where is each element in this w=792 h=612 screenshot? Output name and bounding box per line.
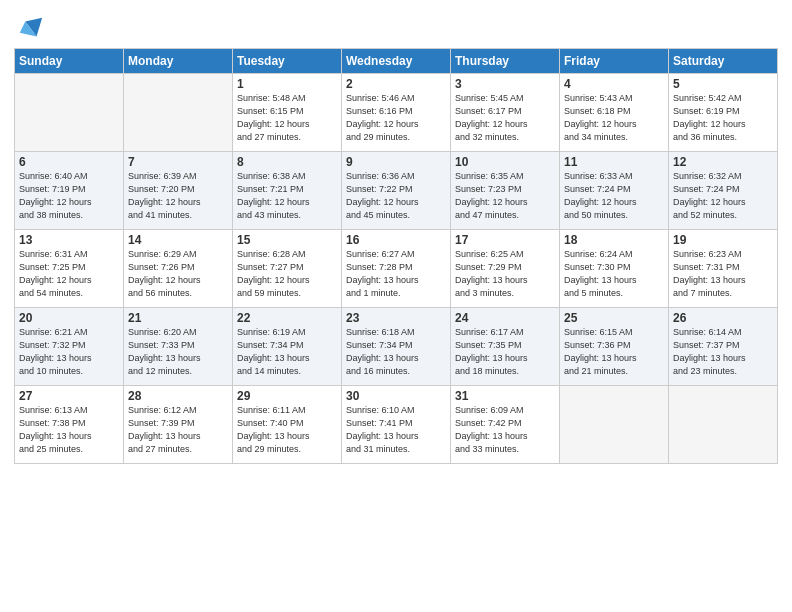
day-number: 19: [673, 233, 773, 247]
calendar-cell: 13Sunrise: 6:31 AM Sunset: 7:25 PM Dayli…: [15, 230, 124, 308]
day-number: 5: [673, 77, 773, 91]
day-number: 14: [128, 233, 228, 247]
day-number: 3: [455, 77, 555, 91]
logo: [14, 14, 44, 42]
day-info: Sunrise: 6:21 AM Sunset: 7:32 PM Dayligh…: [19, 326, 119, 378]
calendar-cell: 1Sunrise: 5:48 AM Sunset: 6:15 PM Daylig…: [233, 74, 342, 152]
calendar-cell: 22Sunrise: 6:19 AM Sunset: 7:34 PM Dayli…: [233, 308, 342, 386]
day-info: Sunrise: 5:48 AM Sunset: 6:15 PM Dayligh…: [237, 92, 337, 144]
calendar-week-row: 6Sunrise: 6:40 AM Sunset: 7:19 PM Daylig…: [15, 152, 778, 230]
day-info: Sunrise: 6:24 AM Sunset: 7:30 PM Dayligh…: [564, 248, 664, 300]
calendar-cell: 4Sunrise: 5:43 AM Sunset: 6:18 PM Daylig…: [560, 74, 669, 152]
calendar-cell: 11Sunrise: 6:33 AM Sunset: 7:24 PM Dayli…: [560, 152, 669, 230]
day-info: Sunrise: 6:29 AM Sunset: 7:26 PM Dayligh…: [128, 248, 228, 300]
calendar-cell: 26Sunrise: 6:14 AM Sunset: 7:37 PM Dayli…: [669, 308, 778, 386]
day-info: Sunrise: 6:23 AM Sunset: 7:31 PM Dayligh…: [673, 248, 773, 300]
calendar-cell: 17Sunrise: 6:25 AM Sunset: 7:29 PM Dayli…: [451, 230, 560, 308]
day-number: 26: [673, 311, 773, 325]
calendar-cell: 31Sunrise: 6:09 AM Sunset: 7:42 PM Dayli…: [451, 386, 560, 464]
day-info: Sunrise: 6:18 AM Sunset: 7:34 PM Dayligh…: [346, 326, 446, 378]
logo-icon: [16, 14, 44, 42]
day-number: 18: [564, 233, 664, 247]
page-container: SundayMondayTuesdayWednesdayThursdayFrid…: [0, 0, 792, 474]
calendar-cell: 16Sunrise: 6:27 AM Sunset: 7:28 PM Dayli…: [342, 230, 451, 308]
calendar-header-wednesday: Wednesday: [342, 49, 451, 74]
calendar-cell: 25Sunrise: 6:15 AM Sunset: 7:36 PM Dayli…: [560, 308, 669, 386]
day-number: 4: [564, 77, 664, 91]
day-info: Sunrise: 5:45 AM Sunset: 6:17 PM Dayligh…: [455, 92, 555, 144]
calendar-cell: 19Sunrise: 6:23 AM Sunset: 7:31 PM Dayli…: [669, 230, 778, 308]
day-info: Sunrise: 6:20 AM Sunset: 7:33 PM Dayligh…: [128, 326, 228, 378]
day-info: Sunrise: 6:17 AM Sunset: 7:35 PM Dayligh…: [455, 326, 555, 378]
day-info: Sunrise: 6:09 AM Sunset: 7:42 PM Dayligh…: [455, 404, 555, 456]
calendar-cell: 7Sunrise: 6:39 AM Sunset: 7:20 PM Daylig…: [124, 152, 233, 230]
day-number: 8: [237, 155, 337, 169]
day-info: Sunrise: 6:40 AM Sunset: 7:19 PM Dayligh…: [19, 170, 119, 222]
calendar-cell: 8Sunrise: 6:38 AM Sunset: 7:21 PM Daylig…: [233, 152, 342, 230]
day-info: Sunrise: 6:31 AM Sunset: 7:25 PM Dayligh…: [19, 248, 119, 300]
day-info: Sunrise: 6:32 AM Sunset: 7:24 PM Dayligh…: [673, 170, 773, 222]
day-info: Sunrise: 6:39 AM Sunset: 7:20 PM Dayligh…: [128, 170, 228, 222]
day-number: 2: [346, 77, 446, 91]
day-info: Sunrise: 6:28 AM Sunset: 7:27 PM Dayligh…: [237, 248, 337, 300]
day-info: Sunrise: 6:15 AM Sunset: 7:36 PM Dayligh…: [564, 326, 664, 378]
day-info: Sunrise: 6:10 AM Sunset: 7:41 PM Dayligh…: [346, 404, 446, 456]
day-number: 25: [564, 311, 664, 325]
day-number: 21: [128, 311, 228, 325]
calendar-cell: 18Sunrise: 6:24 AM Sunset: 7:30 PM Dayli…: [560, 230, 669, 308]
day-number: 1: [237, 77, 337, 91]
calendar-cell: 15Sunrise: 6:28 AM Sunset: 7:27 PM Dayli…: [233, 230, 342, 308]
day-number: 16: [346, 233, 446, 247]
calendar-table: SundayMondayTuesdayWednesdayThursdayFrid…: [14, 48, 778, 464]
day-info: Sunrise: 5:43 AM Sunset: 6:18 PM Dayligh…: [564, 92, 664, 144]
day-number: 27: [19, 389, 119, 403]
day-info: Sunrise: 6:36 AM Sunset: 7:22 PM Dayligh…: [346, 170, 446, 222]
calendar-header-tuesday: Tuesday: [233, 49, 342, 74]
calendar-cell: 21Sunrise: 6:20 AM Sunset: 7:33 PM Dayli…: [124, 308, 233, 386]
day-number: 11: [564, 155, 664, 169]
day-info: Sunrise: 6:35 AM Sunset: 7:23 PM Dayligh…: [455, 170, 555, 222]
day-info: Sunrise: 6:27 AM Sunset: 7:28 PM Dayligh…: [346, 248, 446, 300]
day-number: 31: [455, 389, 555, 403]
calendar-cell: 6Sunrise: 6:40 AM Sunset: 7:19 PM Daylig…: [15, 152, 124, 230]
calendar-cell: 23Sunrise: 6:18 AM Sunset: 7:34 PM Dayli…: [342, 308, 451, 386]
calendar-cell: 9Sunrise: 6:36 AM Sunset: 7:22 PM Daylig…: [342, 152, 451, 230]
calendar-cell: [15, 74, 124, 152]
calendar-cell: [124, 74, 233, 152]
day-info: Sunrise: 6:38 AM Sunset: 7:21 PM Dayligh…: [237, 170, 337, 222]
day-number: 7: [128, 155, 228, 169]
day-info: Sunrise: 6:13 AM Sunset: 7:38 PM Dayligh…: [19, 404, 119, 456]
day-number: 22: [237, 311, 337, 325]
day-number: 10: [455, 155, 555, 169]
day-info: Sunrise: 5:46 AM Sunset: 6:16 PM Dayligh…: [346, 92, 446, 144]
calendar-cell: [560, 386, 669, 464]
calendar-cell: 20Sunrise: 6:21 AM Sunset: 7:32 PM Dayli…: [15, 308, 124, 386]
day-info: Sunrise: 6:19 AM Sunset: 7:34 PM Dayligh…: [237, 326, 337, 378]
calendar-header-monday: Monday: [124, 49, 233, 74]
day-number: 12: [673, 155, 773, 169]
calendar-week-row: 27Sunrise: 6:13 AM Sunset: 7:38 PM Dayli…: [15, 386, 778, 464]
calendar-cell: 3Sunrise: 5:45 AM Sunset: 6:17 PM Daylig…: [451, 74, 560, 152]
day-number: 13: [19, 233, 119, 247]
calendar-week-row: 20Sunrise: 6:21 AM Sunset: 7:32 PM Dayli…: [15, 308, 778, 386]
calendar-header-friday: Friday: [560, 49, 669, 74]
day-number: 20: [19, 311, 119, 325]
calendar-cell: 30Sunrise: 6:10 AM Sunset: 7:41 PM Dayli…: [342, 386, 451, 464]
day-info: Sunrise: 6:11 AM Sunset: 7:40 PM Dayligh…: [237, 404, 337, 456]
day-number: 24: [455, 311, 555, 325]
calendar-week-row: 13Sunrise: 6:31 AM Sunset: 7:25 PM Dayli…: [15, 230, 778, 308]
calendar-cell: 28Sunrise: 6:12 AM Sunset: 7:39 PM Dayli…: [124, 386, 233, 464]
calendar-cell: 14Sunrise: 6:29 AM Sunset: 7:26 PM Dayli…: [124, 230, 233, 308]
calendar-cell: 5Sunrise: 5:42 AM Sunset: 6:19 PM Daylig…: [669, 74, 778, 152]
day-number: 15: [237, 233, 337, 247]
calendar-week-row: 1Sunrise: 5:48 AM Sunset: 6:15 PM Daylig…: [15, 74, 778, 152]
day-number: 29: [237, 389, 337, 403]
day-info: Sunrise: 6:25 AM Sunset: 7:29 PM Dayligh…: [455, 248, 555, 300]
calendar-cell: 12Sunrise: 6:32 AM Sunset: 7:24 PM Dayli…: [669, 152, 778, 230]
day-number: 9: [346, 155, 446, 169]
day-number: 30: [346, 389, 446, 403]
day-info: Sunrise: 6:12 AM Sunset: 7:39 PM Dayligh…: [128, 404, 228, 456]
calendar-header-row: SundayMondayTuesdayWednesdayThursdayFrid…: [15, 49, 778, 74]
calendar-header-thursday: Thursday: [451, 49, 560, 74]
page-header: [14, 10, 778, 42]
